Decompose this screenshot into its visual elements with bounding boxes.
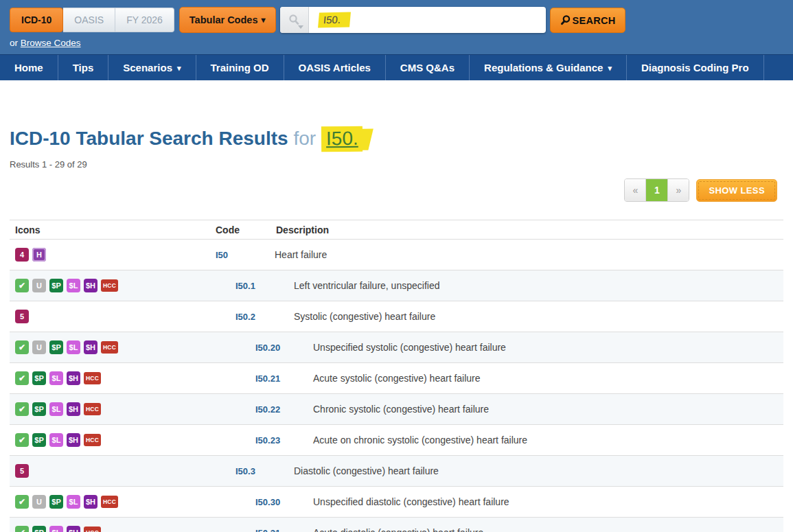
- row-icons: ✔$P$L$HHCC: [10, 402, 207, 416]
- table-row: ✔U$P$L$HHCCI50.30Unspecified diastolic (…: [10, 487, 783, 518]
- checkmark-badge-icon: ✔: [15, 371, 29, 385]
- checkmark-badge-icon: ✔: [15, 402, 29, 416]
- 4-badge-icon: 4: [15, 248, 29, 262]
- sp-badge-icon: $P: [32, 402, 46, 416]
- show-less-button[interactable]: SHOW LESS: [696, 179, 777, 202]
- hcc-badge-icon: HCC: [84, 434, 101, 446]
- 5-badge-icon: 5: [15, 310, 29, 323]
- sh-badge-icon: $H: [67, 402, 80, 416]
- sp-badge-icon: $P: [32, 433, 46, 447]
- nav-item-label: Tips: [73, 62, 94, 73]
- nav-item-training-od[interactable]: Training OD: [196, 55, 284, 80]
- hcc-badge-icon: HCC: [101, 496, 118, 508]
- row-description-cell: Acute diastolic (congestive) heart failu…: [273, 527, 783, 532]
- pager: « 1 »: [624, 178, 689, 202]
- nav-item-label: OASIS Articles: [299, 62, 371, 73]
- tab-icd-10[interactable]: ICD-10: [10, 8, 63, 32]
- description-text: Acute diastolic (congestive) heart failu…: [313, 527, 483, 532]
- header-icons: Icons: [10, 224, 207, 235]
- sh-badge-icon: $H: [67, 371, 80, 385]
- browse-codes-link[interactable]: Browse Codes: [21, 38, 81, 48]
- row-icons: 5: [10, 310, 207, 323]
- description-text: Unspecified systolic (congestive) heart …: [313, 342, 506, 353]
- sl-badge-icon: $L: [49, 433, 63, 447]
- sp-badge-icon: $P: [49, 340, 63, 354]
- row-icons: ✔U$P$L$HHCC: [10, 495, 207, 509]
- nav-item-label: CMS Q&As: [400, 62, 455, 73]
- row-description-cell: Chronic systolic (congestive) heart fail…: [273, 403, 783, 415]
- row-code-cell: I50.2: [207, 310, 273, 323]
- for-word: for: [293, 128, 316, 149]
- table-row: ✔$P$L$HHCCI50.21Acute systolic (congesti…: [10, 363, 783, 394]
- browse-codes-row: or Browse Codes: [10, 38, 793, 48]
- nav-item-cms-q-as[interactable]: CMS Q&As: [386, 55, 470, 80]
- nav-item-label: Training OD: [211, 62, 269, 73]
- table-row: ✔$P$L$HHCCI50.22Chronic systolic (conges…: [10, 394, 783, 425]
- sh-badge-icon: $H: [84, 495, 97, 509]
- chevron-down-icon: ▾: [261, 15, 265, 25]
- nav-item-home[interactable]: Home: [0, 55, 58, 80]
- pager-page-1[interactable]: 1: [646, 179, 667, 201]
- code-link[interactable]: I50.3: [235, 466, 255, 476]
- row-description-cell: Left ventricular failure, unspecified: [273, 279, 783, 292]
- tabular-codes-dropdown[interactable]: Tabular Codes ▾: [179, 7, 276, 33]
- code-link[interactable]: I50.1: [235, 281, 255, 291]
- tab-oasis[interactable]: OASIS: [63, 8, 115, 32]
- chevron-down-icon: ▾: [177, 64, 181, 73]
- nav-item-scenarios[interactable]: Scenarios▾: [108, 55, 196, 80]
- sp-badge-icon: $P: [49, 279, 63, 292]
- hcc-badge-icon: HCC: [84, 372, 101, 384]
- row-code-cell: I50.31: [207, 527, 273, 532]
- row-description-cell: Diastolic (congestive) heart failure: [273, 465, 783, 477]
- search-query-highlight: I50.: [318, 12, 351, 28]
- row-icons: 5: [10, 464, 207, 478]
- search-type-dropdown[interactable]: [280, 7, 309, 33]
- row-code-cell: I50.1: [207, 279, 273, 292]
- header-code: Code: [207, 224, 273, 235]
- row-code-cell: I50.23: [207, 434, 273, 446]
- main-nav: HomeTipsScenarios▾Training ODOASIS Artic…: [0, 54, 793, 80]
- table-row: ✔$P$L$HHCCI50.31Acute diastolic (congest…: [10, 518, 783, 532]
- row-description-cell: Heart failure: [273, 248, 783, 261]
- sp-badge-icon: $P: [49, 495, 63, 509]
- description-text: Chronic systolic (congestive) heart fail…: [313, 404, 489, 415]
- code-link[interactable]: I50: [216, 250, 228, 260]
- row-description-cell: Unspecified diastolic (congestive) heart…: [273, 496, 783, 508]
- hcc-badge-icon: HCC: [84, 403, 101, 415]
- chevron-down-icon: ▾: [608, 64, 612, 73]
- query-link[interactable]: I50.: [326, 128, 358, 149]
- page-title: ICD-10 Tabular Search Results for I50.: [10, 126, 783, 152]
- table-row: 5I50.2Systolic (congestive) heart failur…: [10, 301, 783, 332]
- sh-badge-icon: $H: [67, 433, 80, 447]
- table-row: 4HI50Heart failure: [10, 240, 783, 270]
- nav-item-tips[interactable]: Tips: [58, 55, 109, 80]
- table-header: Icons Code Description: [10, 220, 783, 240]
- row-description-cell: Systolic (congestive) heart failure: [273, 310, 783, 323]
- description-text: Diastolic (congestive) heart failure: [294, 465, 439, 476]
- description-text: Heart failure: [275, 249, 327, 260]
- search-icon: [560, 14, 571, 26]
- nav-item-regulations-guidance[interactable]: Regulations & Guidance▾: [470, 55, 627, 80]
- search-input[interactable]: I50.: [309, 7, 546, 33]
- row-description-cell: Unspecified systolic (congestive) heart …: [273, 341, 783, 354]
- tab-fy-2026[interactable]: FY 2026: [115, 8, 174, 32]
- nav-item-label: Diagnosis Coding Pro: [641, 62, 749, 73]
- table-row: ✔$P$L$HHCCI50.23Acute on chronic systoli…: [10, 425, 783, 456]
- row-icons: ✔$P$L$HHCC: [10, 526, 207, 532]
- sh-badge-icon: $H: [84, 279, 97, 292]
- pager-next-button[interactable]: »: [667, 179, 689, 201]
- table-row: 5I50.3Diastolic (congestive) heart failu…: [10, 456, 783, 487]
- sh-badge-icon: $H: [84, 340, 97, 354]
- search-group: I50.: [280, 7, 546, 33]
- nav-item-oasis-articles[interactable]: OASIS Articles: [284, 55, 386, 80]
- search-button[interactable]: SEARCH: [550, 8, 625, 33]
- nav-item-diagnosis-coding-pro[interactable]: Diagnosis Coding Pro: [627, 55, 764, 80]
- pager-prev-button[interactable]: «: [625, 179, 646, 201]
- hcc-badge-icon: HCC: [101, 341, 118, 354]
- results-table: Icons Code Description 4HI50Heart failur…: [10, 220, 783, 532]
- checkmark-badge-icon: ✔: [15, 526, 29, 532]
- h-badge-icon: H: [32, 248, 46, 262]
- checkmark-badge-icon: ✔: [15, 433, 29, 447]
- code-link[interactable]: I50.2: [235, 312, 255, 322]
- row-code-cell: I50.3: [207, 465, 273, 477]
